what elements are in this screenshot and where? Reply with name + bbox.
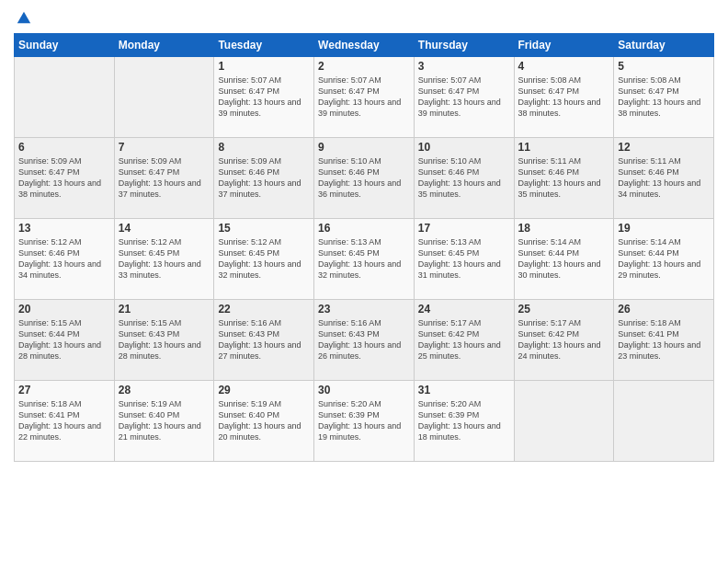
calendar-cell: 13Sunrise: 5:12 AM Sunset: 6:46 PM Dayli…	[15, 219, 115, 300]
calendar-cell: 4Sunrise: 5:08 AM Sunset: 6:47 PM Daylig…	[514, 57, 614, 138]
calendar-cell: 5Sunrise: 5:08 AM Sunset: 6:47 PM Daylig…	[614, 57, 714, 138]
day-number: 26	[618, 303, 710, 316]
calendar-cell: 7Sunrise: 5:09 AM Sunset: 6:47 PM Daylig…	[114, 138, 214, 219]
day-number: 23	[318, 303, 410, 316]
day-info: Sunrise: 5:09 AM Sunset: 6:47 PM Dayligh…	[119, 155, 210, 201]
day-number: 30	[318, 384, 410, 396]
day-info: Sunrise: 5:10 AM Sunset: 6:46 PM Dayligh…	[318, 155, 410, 201]
calendar-cell: 26Sunrise: 5:18 AM Sunset: 6:41 PM Dayli…	[614, 300, 714, 381]
day-number: 10	[418, 141, 510, 154]
day-info: Sunrise: 5:12 AM Sunset: 6:46 PM Dayligh…	[18, 236, 110, 282]
calendar-cell: 30Sunrise: 5:20 AM Sunset: 6:39 PM Dayli…	[314, 381, 415, 462]
day-info: Sunrise: 5:15 AM Sunset: 6:43 PM Dayligh…	[119, 317, 210, 362]
calendar-week-row: 6Sunrise: 5:09 AM Sunset: 6:47 PM Daylig…	[15, 138, 714, 219]
calendar-cell: 23Sunrise: 5:16 AM Sunset: 6:43 PM Dayli…	[314, 300, 415, 381]
day-info: Sunrise: 5:20 AM Sunset: 6:39 PM Dayligh…	[418, 398, 510, 443]
calendar-cell: 8Sunrise: 5:09 AM Sunset: 6:46 PM Daylig…	[214, 138, 314, 219]
day-number: 11	[518, 141, 610, 154]
day-info: Sunrise: 5:18 AM Sunset: 6:41 PM Dayligh…	[18, 398, 110, 443]
day-info: Sunrise: 5:12 AM Sunset: 6:45 PM Dayligh…	[119, 236, 210, 282]
day-number: 4	[518, 60, 610, 73]
calendar-cell: 1Sunrise: 5:07 AM Sunset: 6:47 PM Daylig…	[214, 57, 314, 138]
day-info: Sunrise: 5:17 AM Sunset: 6:42 PM Dayligh…	[418, 317, 510, 362]
day-number: 19	[618, 222, 710, 235]
calendar-week-row: 20Sunrise: 5:15 AM Sunset: 6:44 PM Dayli…	[15, 300, 714, 381]
header	[14, 9, 714, 26]
day-info: Sunrise: 5:14 AM Sunset: 6:44 PM Dayligh…	[518, 236, 610, 282]
calendar-week-row: 13Sunrise: 5:12 AM Sunset: 6:46 PM Dayli…	[15, 219, 714, 300]
day-header-saturday: Saturday	[614, 34, 714, 57]
day-number: 28	[119, 384, 210, 396]
day-info: Sunrise: 5:19 AM Sunset: 6:40 PM Dayligh…	[119, 398, 210, 443]
calendar-cell: 14Sunrise: 5:12 AM Sunset: 6:45 PM Dayli…	[114, 219, 214, 300]
logo	[14, 9, 32, 26]
calendar-cell: 3Sunrise: 5:07 AM Sunset: 6:47 PM Daylig…	[414, 57, 514, 138]
calendar-cell: 17Sunrise: 5:13 AM Sunset: 6:45 PM Dayli…	[414, 219, 514, 300]
calendar-cell: 16Sunrise: 5:13 AM Sunset: 6:45 PM Dayli…	[314, 219, 415, 300]
day-header-tuesday: Tuesday	[214, 34, 314, 57]
day-info: Sunrise: 5:12 AM Sunset: 6:45 PM Dayligh…	[218, 236, 310, 282]
day-number: 12	[618, 141, 710, 154]
calendar-cell	[614, 381, 714, 462]
calendar-cell: 21Sunrise: 5:15 AM Sunset: 6:43 PM Dayli…	[114, 300, 214, 381]
day-number: 21	[119, 303, 210, 316]
calendar-cell: 11Sunrise: 5:11 AM Sunset: 6:46 PM Dayli…	[514, 138, 614, 219]
calendar-table: SundayMondayTuesdayWednesdayThursdayFrid…	[14, 33, 714, 462]
day-number: 14	[119, 222, 210, 235]
day-info: Sunrise: 5:07 AM Sunset: 6:47 PM Dayligh…	[418, 75, 510, 120]
day-number: 22	[218, 303, 310, 316]
calendar-cell: 27Sunrise: 5:18 AM Sunset: 6:41 PM Dayli…	[15, 381, 115, 462]
day-info: Sunrise: 5:18 AM Sunset: 6:41 PM Dayligh…	[618, 317, 710, 362]
day-number: 3	[418, 60, 510, 73]
day-info: Sunrise: 5:19 AM Sunset: 6:40 PM Dayligh…	[218, 398, 310, 443]
day-info: Sunrise: 5:13 AM Sunset: 6:45 PM Dayligh…	[418, 236, 510, 282]
day-number: 13	[18, 222, 110, 235]
calendar-week-row: 1Sunrise: 5:07 AM Sunset: 6:47 PM Daylig…	[15, 57, 714, 138]
day-number: 8	[218, 141, 310, 154]
calendar-cell: 24Sunrise: 5:17 AM Sunset: 6:42 PM Dayli…	[414, 300, 514, 381]
day-header-wednesday: Wednesday	[314, 34, 415, 57]
day-header-friday: Friday	[514, 34, 614, 57]
day-header-thursday: Thursday	[414, 34, 514, 57]
day-number: 5	[618, 60, 710, 73]
day-header-monday: Monday	[114, 34, 214, 57]
day-number: 15	[218, 222, 310, 235]
calendar-cell: 10Sunrise: 5:10 AM Sunset: 6:46 PM Dayli…	[414, 138, 514, 219]
day-info: Sunrise: 5:09 AM Sunset: 6:46 PM Dayligh…	[218, 155, 310, 201]
day-info: Sunrise: 5:20 AM Sunset: 6:39 PM Dayligh…	[318, 398, 410, 443]
day-info: Sunrise: 5:07 AM Sunset: 6:47 PM Dayligh…	[218, 75, 310, 120]
day-info: Sunrise: 5:15 AM Sunset: 6:44 PM Dayligh…	[18, 317, 110, 362]
day-info: Sunrise: 5:16 AM Sunset: 6:43 PM Dayligh…	[218, 317, 310, 362]
logo-icon	[16, 9, 32, 26]
calendar-cell: 25Sunrise: 5:17 AM Sunset: 6:42 PM Dayli…	[514, 300, 614, 381]
day-info: Sunrise: 5:08 AM Sunset: 6:47 PM Dayligh…	[618, 75, 710, 120]
day-number: 9	[318, 141, 410, 154]
day-number: 20	[18, 303, 110, 316]
calendar-cell: 2Sunrise: 5:07 AM Sunset: 6:47 PM Daylig…	[314, 57, 415, 138]
day-number: 6	[18, 141, 110, 154]
calendar-cell: 29Sunrise: 5:19 AM Sunset: 6:40 PM Dayli…	[214, 381, 314, 462]
day-info: Sunrise: 5:07 AM Sunset: 6:47 PM Dayligh…	[318, 75, 410, 120]
day-number: 17	[418, 222, 510, 235]
day-number: 1	[218, 60, 310, 73]
calendar-cell: 28Sunrise: 5:19 AM Sunset: 6:40 PM Dayli…	[114, 381, 214, 462]
day-info: Sunrise: 5:14 AM Sunset: 6:44 PM Dayligh…	[618, 236, 710, 282]
day-info: Sunrise: 5:16 AM Sunset: 6:43 PM Dayligh…	[318, 317, 410, 362]
calendar-header-row: SundayMondayTuesdayWednesdayThursdayFrid…	[15, 34, 714, 57]
day-number: 27	[18, 384, 110, 396]
calendar-cell: 31Sunrise: 5:20 AM Sunset: 6:39 PM Dayli…	[414, 381, 514, 462]
day-number: 16	[318, 222, 410, 235]
calendar-cell: 22Sunrise: 5:16 AM Sunset: 6:43 PM Dayli…	[214, 300, 314, 381]
day-info: Sunrise: 5:08 AM Sunset: 6:47 PM Dayligh…	[518, 75, 610, 120]
page: SundayMondayTuesdayWednesdayThursdayFrid…	[0, 0, 728, 563]
svg-marker-0	[17, 12, 30, 24]
day-number: 24	[418, 303, 510, 316]
calendar-cell: 6Sunrise: 5:09 AM Sunset: 6:47 PM Daylig…	[15, 138, 115, 219]
day-info: Sunrise: 5:10 AM Sunset: 6:46 PM Dayligh…	[418, 155, 510, 201]
day-number: 18	[518, 222, 610, 235]
calendar-cell: 20Sunrise: 5:15 AM Sunset: 6:44 PM Dayli…	[15, 300, 115, 381]
day-info: Sunrise: 5:11 AM Sunset: 6:46 PM Dayligh…	[518, 155, 610, 201]
calendar-cell: 15Sunrise: 5:12 AM Sunset: 6:45 PM Dayli…	[214, 219, 314, 300]
calendar-cell: 18Sunrise: 5:14 AM Sunset: 6:44 PM Dayli…	[514, 219, 614, 300]
calendar-cell	[114, 57, 214, 138]
